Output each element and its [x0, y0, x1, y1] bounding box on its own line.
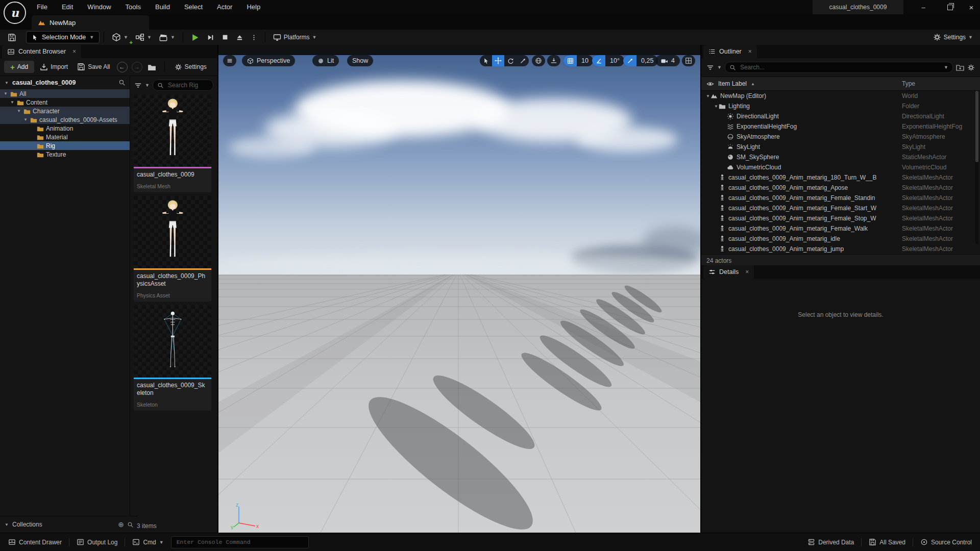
outliner-row[interactable]: ▼ casual_clothes_0009_Anim_metarig_idle …: [701, 234, 980, 244]
folder-tree-row[interactable]: ▼ Texture: [0, 150, 130, 159]
gear-icon[interactable]: [967, 64, 975, 71]
save-level-button[interactable]: [4, 31, 20, 43]
outliner-row[interactable]: ▼ DirectionalLight DirectionalLight: [701, 111, 980, 121]
search-icon[interactable]: [118, 79, 126, 86]
rotate-tool-button[interactable]: [504, 55, 517, 66]
add-button[interactable]: + Add: [4, 61, 34, 73]
rotation-snap-control[interactable]: 10°: [592, 55, 624, 66]
cmd-dropdown[interactable]: Cmd ▼: [128, 536, 167, 548]
all-saved-button[interactable]: All Saved: [865, 536, 910, 548]
folder-tree-row[interactable]: ▼ Character: [0, 107, 130, 115]
lit-mode-dropdown[interactable]: Lit: [312, 55, 339, 66]
menu-item[interactable]: Help: [239, 0, 267, 14]
import-button[interactable]: Import: [36, 61, 71, 73]
expand-caret[interactable]: ▼: [714, 104, 719, 109]
outliner-row[interactable]: ▼ casual_clothes_0009_Anim_metarig_Apose…: [701, 183, 980, 193]
folder-icon[interactable]: [148, 63, 156, 71]
blueprints-button[interactable]: ▼: [132, 31, 155, 43]
unreal-logo-icon[interactable]: u: [4, 2, 26, 24]
outliner-search-box[interactable]: ▼: [725, 62, 953, 73]
expand-caret[interactable]: ▼: [4, 81, 9, 85]
select-tool-button[interactable]: [480, 55, 492, 66]
outliner-row[interactable]: ▼ casual_clothes_0009_Anim_metarig_180_T…: [701, 172, 980, 183]
expand-caret[interactable]: ▼: [3, 91, 8, 96]
show-dropdown[interactable]: Show: [347, 55, 373, 66]
folder-tree-row[interactable]: ▼ casual_clothes_0009-Assets: [0, 115, 130, 124]
save-all-button[interactable]: Save All: [74, 61, 113, 73]
viewport[interactable]: Perspective Lit Show 10 10°: [218, 45, 700, 533]
filter-icon[interactable]: [134, 82, 142, 89]
menu-item[interactable]: Actor: [210, 0, 239, 14]
play-options-button[interactable]: [247, 31, 261, 43]
platforms-dropdown[interactable]: Platforms ▼: [270, 31, 321, 43]
skip-frame-button[interactable]: [203, 31, 218, 43]
search-icon[interactable]: [127, 521, 134, 528]
type-column-header[interactable]: Type: [902, 80, 915, 87]
expand-caret[interactable]: ▼: [23, 117, 28, 122]
menu-item[interactable]: File: [30, 0, 55, 14]
content-browser-tab[interactable]: Content Browser ×: [2, 45, 81, 58]
item-label-column-header[interactable]: Item Label: [718, 80, 747, 87]
asset-tile[interactable]: casual_clothes_0009_Skeleton Skeleton: [134, 305, 211, 411]
collections-bar[interactable]: ▼ Collections ⊕: [0, 516, 138, 533]
details-tab[interactable]: Details ×: [703, 265, 754, 279]
content-drawer-button[interactable]: Content Drawer: [4, 536, 66, 548]
content-browser-settings-button[interactable]: Settings: [171, 61, 210, 73]
menu-item[interactable]: Select: [177, 0, 210, 14]
folder-tree-row[interactable]: ▼ Content: [0, 98, 130, 107]
stop-button[interactable]: [218, 31, 232, 43]
outliner-row[interactable]: ▼ casual_clothes_0009_Anim_metarig_Femal…: [701, 193, 980, 203]
outliner-tab[interactable]: Outliner ×: [703, 45, 757, 58]
asset-search-box[interactable]: [153, 80, 213, 91]
expand-caret[interactable]: ▼: [16, 109, 21, 113]
scale-tool-button[interactable]: [517, 55, 529, 66]
outliner-row[interactable]: ▼ SM_SkySphere StaticMeshActor: [701, 152, 980, 162]
outliner-row[interactable]: ▼ NewMap (Editor) World: [701, 91, 980, 101]
outliner-search-input[interactable]: [739, 63, 941, 71]
grid-snap-control[interactable]: 10: [564, 55, 593, 66]
perspective-dropdown[interactable]: Perspective: [242, 55, 295, 66]
menu-item[interactable]: Edit: [55, 0, 80, 14]
folder-tree-row[interactable]: ▼ All: [0, 89, 130, 98]
outliner-row[interactable]: ▼ SkyAtmosphere SkyAtmosphere: [701, 132, 980, 142]
outliner-row[interactable]: ▼ casual_clothes_0009_Anim_metarig_Femal…: [701, 213, 980, 223]
output-log-button[interactable]: Output Log: [72, 536, 121, 548]
add-collection-icon[interactable]: ⊕: [118, 520, 124, 529]
eye-icon[interactable]: [706, 80, 714, 88]
maximize-viewport-button[interactable]: [682, 55, 695, 66]
derived-data-button[interactable]: Derived Data: [803, 536, 858, 548]
selection-mode-dropdown[interactable]: Selection Mode ▼: [26, 31, 100, 43]
asset-tile[interactable]: casual_clothes_0009_PhysicsAsset Physics…: [134, 196, 211, 302]
filter-icon[interactable]: [706, 64, 714, 71]
cinematics-button[interactable]: ▼: [155, 31, 179, 43]
console-command-input[interactable]: [176, 538, 304, 546]
chevron-down-icon[interactable]: ▼: [717, 65, 722, 70]
settings-dropdown[interactable]: Settings ▼: [933, 30, 973, 45]
close-button[interactable]: ×: [962, 0, 980, 14]
eject-button[interactable]: [232, 31, 247, 43]
chevron-down-icon[interactable]: ▼: [145, 83, 150, 88]
outliner-row[interactable]: ▼ casual_clothes_0009_Anim_metarig_Femal…: [701, 203, 980, 213]
move-tool-button[interactable]: [492, 55, 504, 66]
folder-tree-row[interactable]: ▼ Animation: [0, 124, 130, 133]
outliner-row[interactable]: ▼ SkyLight SkyLight: [701, 142, 980, 152]
folder-tree-row[interactable]: ▼ Rig: [0, 141, 130, 150]
expand-caret[interactable]: ▼: [705, 94, 710, 98]
play-button[interactable]: [187, 31, 203, 43]
expand-caret[interactable]: ▼: [10, 100, 15, 105]
asset-search-input[interactable]: [167, 81, 209, 89]
camera-speed-control[interactable]: 4: [655, 55, 680, 66]
forward-button[interactable]: →: [132, 62, 142, 72]
add-actor-button[interactable]: + ▼: [108, 31, 132, 43]
close-icon[interactable]: ×: [748, 48, 752, 55]
chevron-down-icon[interactable]: ▼: [944, 65, 948, 70]
outliner-row[interactable]: ▼ ExponentialHeightFog ExponentialHeight…: [701, 121, 980, 132]
outliner-row[interactable]: ▼ Lighting Folder: [701, 101, 980, 111]
console-command-box[interactable]: [171, 536, 309, 548]
back-button[interactable]: ←: [117, 62, 128, 72]
source-root-header[interactable]: ▼ casual_clothes_0009: [0, 76, 130, 89]
restore-button[interactable]: [940, 0, 960, 14]
menu-item[interactable]: Build: [148, 0, 177, 14]
close-icon[interactable]: ×: [72, 48, 76, 55]
source-control-button[interactable]: Source Control: [916, 536, 976, 548]
